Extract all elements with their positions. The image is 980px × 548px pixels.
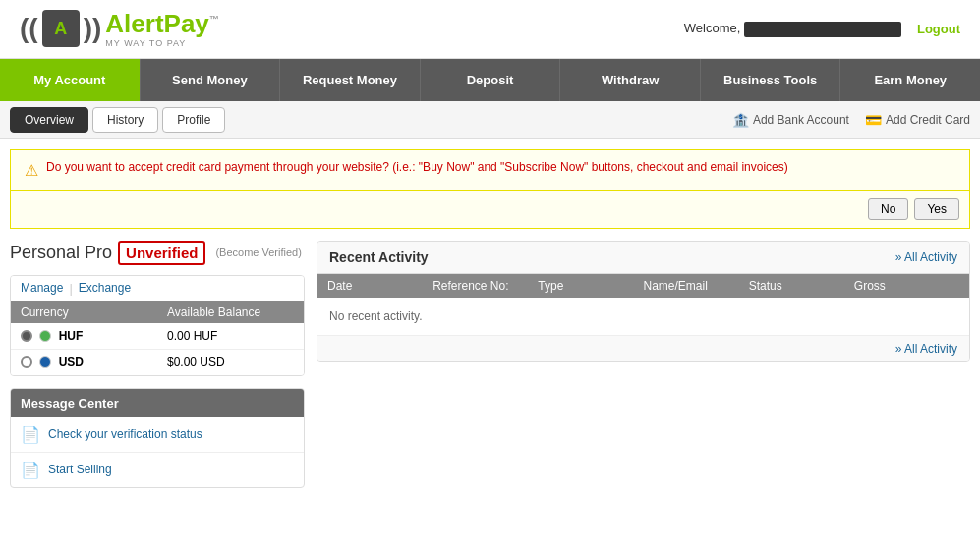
nav-item-business-tools[interactable]: Business Tools xyxy=(701,59,841,101)
col-gross-header: Gross xyxy=(854,279,959,293)
unverified-badge: Unverified xyxy=(118,241,205,265)
left-panel: Personal Pro Unverified (Become Verified… xyxy=(10,241,305,488)
profile-title: Personal Pro Unverified (Become Verified… xyxy=(10,241,305,265)
currency-name-huf: HUF xyxy=(59,329,84,343)
alert-banner: ⚠ Do you want to accept credit card paym… xyxy=(10,149,970,191)
card-icon: 💳 xyxy=(865,112,882,128)
alert-bottom: No Yes xyxy=(10,191,970,229)
balance-col-usd: $0.00 USD xyxy=(167,356,294,369)
yes-button[interactable]: Yes xyxy=(914,198,959,220)
activity-title: Recent Activity xyxy=(329,249,429,265)
check-verification-link[interactable]: Check your verification status xyxy=(48,427,202,441)
become-verified-link[interactable]: (Become Verified) xyxy=(215,247,301,258)
col-balance-header: Available Balance xyxy=(167,305,294,319)
username-bar xyxy=(744,22,901,37)
profile-title-label: Personal Pro xyxy=(10,243,112,263)
currency-section: Manage | Exchange Currency Available Bal… xyxy=(10,275,305,376)
all-activity-top-link[interactable]: All Activity xyxy=(895,250,957,264)
logo-area: (( A )) AlertPay™ MY WAY TO PAY xyxy=(20,10,219,48)
msg-icon-2: 📄 xyxy=(21,461,40,479)
col-ref-header: Reference No: xyxy=(432,279,538,293)
alert-text: Do you want to accept credit card paymen… xyxy=(46,160,955,174)
add-credit-card-link[interactable]: 💳 Add Credit Card xyxy=(865,112,970,128)
radio-huf[interactable] xyxy=(21,330,32,342)
col-date-header: Date xyxy=(327,279,432,293)
radio-usd[interactable] xyxy=(21,356,32,368)
tab-profile[interactable]: Profile xyxy=(162,107,225,133)
flag-usd xyxy=(39,356,51,368)
manage-link[interactable]: Manage xyxy=(21,281,63,296)
no-button[interactable]: No xyxy=(868,198,908,220)
logo-name: AlertPay™ xyxy=(105,10,219,38)
currency-row-usd: USD $0.00 USD xyxy=(11,350,304,375)
sub-nav-right: 🏦 Add Bank Account 💳 Add Credit Card xyxy=(732,112,970,128)
activity-header: Recent Activity All Activity xyxy=(317,242,969,274)
logo-bracket-right: )) xyxy=(84,13,102,44)
activity-section: Recent Activity All Activity Date Refere… xyxy=(317,241,970,362)
col-status-header: Status xyxy=(749,279,854,293)
logo-letter: A xyxy=(54,19,67,39)
tab-overview[interactable]: Overview xyxy=(10,107,88,133)
pipe-divider: | xyxy=(69,281,72,296)
activity-footer: All Activity xyxy=(317,335,969,361)
no-activity-text: No recent activity. xyxy=(329,309,422,323)
nav-item-withdraw[interactable]: Withdraw xyxy=(560,59,701,101)
nav-item-earn-money[interactable]: Earn Money xyxy=(840,59,980,101)
msg-icon-1: 📄 xyxy=(21,425,40,444)
sub-nav: Overview History Profile 🏦 Add Bank Acco… xyxy=(0,101,980,139)
nav-item-my-account[interactable]: My Account xyxy=(0,59,141,101)
right-panel: Recent Activity All Activity Date Refere… xyxy=(317,241,970,488)
balance-col-huf: 0.00 HUF xyxy=(167,329,294,343)
logo-bracket-left: (( xyxy=(20,13,38,44)
tab-history[interactable]: History xyxy=(92,107,158,133)
logo-icon: A xyxy=(42,10,80,47)
currency-col-header: Currency Available Balance xyxy=(11,301,304,323)
activity-body: No recent activity. xyxy=(317,298,969,335)
exchange-link[interactable]: Exchange xyxy=(79,281,131,296)
currency-name-usd: USD xyxy=(59,356,84,369)
logo-sub: MY WAY TO PAY xyxy=(105,38,219,48)
message-item-selling: 📄 Start Selling xyxy=(11,453,304,487)
become-verified: (Become Verified) xyxy=(215,247,301,258)
main-nav: My Account Send Money Request Money Depo… xyxy=(0,59,980,101)
all-activity-bottom-link[interactable]: All Activity xyxy=(895,342,957,356)
sub-nav-left: Overview History Profile xyxy=(10,107,225,133)
header: (( A )) AlertPay™ MY WAY TO PAY Welcome,… xyxy=(0,0,980,59)
currency-row-huf: HUF 0.00 HUF xyxy=(11,323,304,350)
message-center: Message Center 📄 Check your verification… xyxy=(10,388,305,488)
message-item-verification: 📄 Check your verification status xyxy=(11,417,304,453)
bank-icon: 🏦 xyxy=(732,112,749,128)
nav-item-request-money[interactable]: Request Money xyxy=(280,59,421,101)
add-bank-account-link[interactable]: 🏦 Add Bank Account xyxy=(732,112,849,128)
header-right: Welcome, Logout xyxy=(684,21,960,37)
currency-col-huf: HUF xyxy=(21,329,147,343)
nav-item-send-money[interactable]: Send Money xyxy=(141,59,281,101)
flag-huf xyxy=(39,330,51,342)
content-area: Personal Pro Unverified (Become Verified… xyxy=(0,229,980,500)
logout-link[interactable]: Logout xyxy=(917,22,960,36)
activity-col-header: Date Reference No: Type Name/Email Statu… xyxy=(317,274,969,298)
alert-icon: ⚠ xyxy=(25,161,38,180)
nav-item-deposit[interactable]: Deposit xyxy=(421,59,561,101)
start-selling-link[interactable]: Start Selling xyxy=(48,463,112,476)
currency-header-actions: Manage | Exchange xyxy=(11,276,304,301)
message-center-header: Message Center xyxy=(11,389,304,417)
currency-col-usd: USD xyxy=(21,356,147,369)
col-currency-header: Currency xyxy=(21,305,147,319)
col-type-header: Type xyxy=(538,279,643,293)
logo-text: AlertPay™ MY WAY TO PAY xyxy=(105,10,219,48)
welcome-text: Welcome, xyxy=(684,21,901,37)
col-name-header: Name/Email xyxy=(644,279,749,293)
